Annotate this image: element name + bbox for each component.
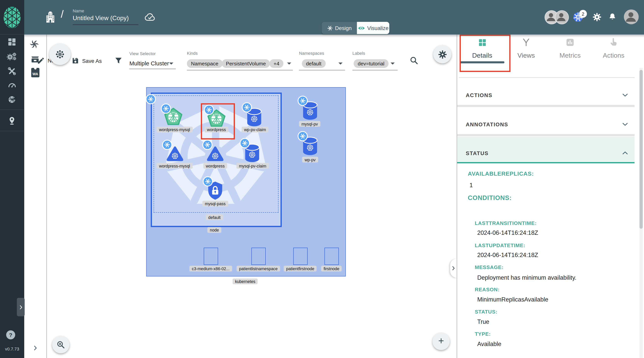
labels-caret-icon[interactable] (391, 63, 395, 65)
tab-metrics[interactable]: Metrics (560, 52, 581, 59)
status-field-value: Deployment has minimum availability. (477, 274, 576, 281)
status-replicas-key: AVAILABLEREPLICAS: (468, 170, 534, 177)
collaborator-avatar[interactable] (555, 10, 569, 24)
meshery-logo[interactable] (3, 6, 21, 29)
designs-spiral-icon[interactable] (30, 40, 39, 49)
namespaces-caret-icon[interactable] (338, 63, 342, 65)
sidebar-expand-button[interactable] (17, 298, 24, 316)
meshery-badge-icon (298, 95, 308, 106)
tab-design[interactable]: Design (322, 22, 357, 34)
node-group-label: node (208, 227, 222, 233)
accordion-actions[interactable]: ACTIONS (466, 92, 492, 98)
panel-top-divider (459, 77, 634, 78)
help-button[interactable]: ? (6, 330, 15, 339)
sidebar-divider (0, 131, 24, 131)
user-avatar[interactable] (624, 10, 639, 24)
name-input-underline (72, 24, 138, 25)
connection-count-badge: 2 (579, 10, 587, 18)
view-selector-value[interactable]: Multiple Cluster (130, 60, 169, 67)
panel-scrollbar-thumb[interactable] (640, 70, 643, 229)
kind-chip-more[interactable]: +4 (270, 59, 284, 68)
accordion-divider (457, 105, 634, 107)
chevron-up-icon[interactable] (622, 149, 629, 157)
mode-toggle: Design Visualize (322, 22, 389, 34)
sidebar-item-dashboard[interactable] (7, 38, 16, 47)
filter-funnel-icon[interactable] (115, 57, 122, 64)
status-field-key: TYPE: (475, 331, 491, 337)
chevron-down-icon[interactable] (622, 120, 629, 128)
visualize-eye-icon (358, 25, 365, 31)
view-selector-caret-icon[interactable] (169, 63, 173, 65)
node-square-firstnode[interactable] (324, 248, 339, 265)
tab-views[interactable]: Views (518, 52, 535, 59)
search-icon[interactable] (410, 56, 419, 65)
strip-expand-chevron[interactable] (32, 345, 38, 351)
accordion-status-header[interactable] (457, 136, 634, 163)
dot-flower-icon (55, 49, 65, 59)
actions-fab[interactable] (49, 44, 71, 65)
node-label: patientlistnamespace (236, 266, 280, 272)
wasm-filter-icon[interactable]: WA (31, 68, 40, 77)
settings-gear-icon[interactable] (593, 13, 601, 22)
status-field-key: MESSAGE: (475, 265, 504, 270)
sidebar-divider (0, 109, 24, 110)
node-label: firstnode (321, 266, 342, 272)
status-replicas-value: 1 (470, 182, 473, 188)
sidebar-item-extensions[interactable] (7, 95, 16, 104)
label-chip[interactable]: dev=tutorial (354, 59, 388, 68)
plus-icon: + (438, 335, 444, 346)
node-label: wordpress-mysql (156, 163, 192, 169)
kinds-caret-icon[interactable] (287, 63, 291, 65)
node-label: mysql-pv (299, 121, 320, 127)
status-field-value: MinimumReplicasAvailable (477, 296, 548, 303)
add-node-fab[interactable]: + (432, 333, 450, 350)
canvas-settings-fab[interactable] (433, 45, 452, 63)
node-label: wordpress (203, 163, 227, 169)
tab-visualize[interactable]: Visualize (357, 22, 389, 34)
breadcrumb-separator: / (61, 8, 64, 20)
status-field-key: STATUS: (475, 309, 498, 315)
strip-divider (46, 35, 47, 358)
node-label: wp-pv-claim (242, 127, 268, 132)
views-icon (522, 38, 531, 47)
sidebar-item-performance[interactable] (7, 81, 16, 90)
sidebar-item-toggles[interactable] (7, 116, 16, 125)
design-label: Design (335, 25, 352, 31)
save-as-button[interactable]: Save As (82, 58, 102, 64)
meshery-badge-icon (146, 94, 156, 104)
sidebar-item-lifecycle[interactable] (6, 52, 17, 62)
accordion-annotations[interactable]: ANNOTATIONS (466, 121, 508, 127)
namespaces-label: Namespaces (299, 51, 324, 56)
tab-actions[interactable]: Actions (603, 52, 624, 59)
cloud-saved-icon (145, 12, 156, 22)
kind-chip[interactable]: PersistentVolume (222, 59, 270, 68)
status-field-key: LASTUPDATETIME: (475, 243, 526, 249)
cluster-label: kubernetes (232, 278, 258, 284)
node-label: patientfirstnode (284, 266, 317, 272)
namespace-chip[interactable]: default (302, 59, 326, 68)
labels-underline (352, 70, 398, 70)
kind-chip[interactable]: Namespace (187, 59, 222, 68)
status-field-key: LASTTRANSITIONTIME: (475, 221, 537, 226)
node-square-c3-medium[interactable] (204, 248, 218, 265)
notifications-bell-icon[interactable] (608, 12, 616, 21)
save-as-icon (72, 57, 79, 64)
metrics-icon (566, 38, 575, 47)
node-label: c3-medium-x86-02... (190, 266, 232, 272)
panel-collapse-button[interactable] (450, 259, 457, 278)
status-conditions-key: CONDITIONS: (468, 194, 512, 202)
app-window: / Name Untitled View (Copy) Design Visua… (0, 0, 644, 358)
edit-pencil-icon[interactable] (37, 57, 44, 65)
node-square-patientlistnamespace[interactable] (252, 248, 266, 265)
zoom-in-icon (56, 340, 65, 349)
name-input[interactable]: Untitled View (Copy) (72, 14, 128, 21)
node-label: mysql-pass (202, 201, 228, 207)
chevron-down-icon[interactable] (622, 91, 629, 99)
zoom-in-fab[interactable] (52, 336, 69, 353)
panel-divider (457, 35, 457, 358)
node-square-patientfirstnode[interactable] (293, 248, 308, 265)
version-label: v0.7.73 (0, 346, 24, 351)
organization-icon[interactable] (46, 11, 55, 23)
sidebar-item-configuration[interactable] (7, 67, 16, 76)
meshery-badge-icon (202, 139, 212, 150)
